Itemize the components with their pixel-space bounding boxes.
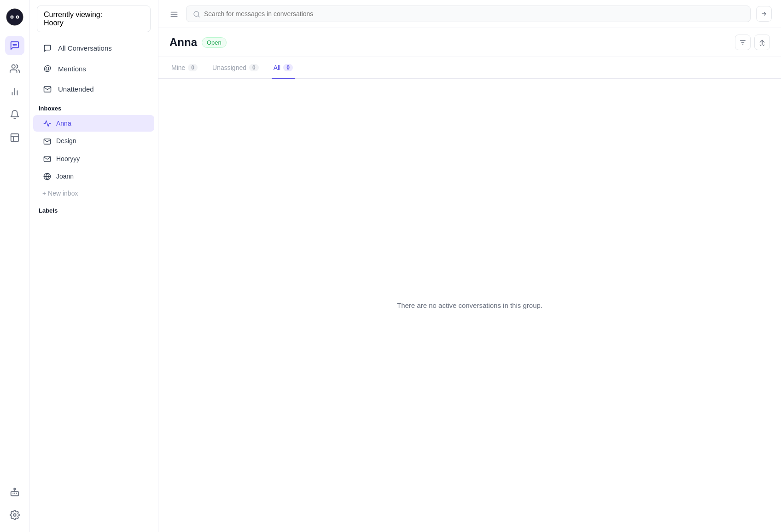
mentions-label: Mentions <box>58 65 86 73</box>
drafts-nav-icon[interactable] <box>5 128 24 147</box>
inbox-item-design[interactable]: Design <box>33 133 154 149</box>
svg-point-3 <box>11 17 12 18</box>
search-icon <box>193 10 200 18</box>
svg-point-8 <box>12 65 15 68</box>
tab-all[interactable]: All 0 <box>272 58 295 79</box>
workspace-selector[interactable]: Currently viewing: Hoory <box>37 6 151 32</box>
tab-unassigned[interactable]: Unassigned 0 <box>210 58 261 79</box>
tab-all-label: All <box>274 64 281 71</box>
svg-point-4 <box>17 17 18 18</box>
workspace-name: Hoory <box>44 19 144 27</box>
sidebar-item-mentions[interactable]: @ Mentions <box>33 59 154 78</box>
tab-unassigned-label: Unassigned <box>212 64 246 71</box>
conversation-header: Anna Open <box>158 28 781 57</box>
conversations-nav-icon[interactable] <box>5 36 24 55</box>
hooryyy-inbox-label: Hooryyy <box>56 155 80 162</box>
sidebar-item-unattended[interactable]: Unattended <box>33 80 154 98</box>
all-conversations-icon <box>42 43 52 53</box>
conversation-status-badge: Open <box>202 37 227 48</box>
tab-all-count: 0 <box>283 64 293 71</box>
joann-inbox-icon <box>42 172 52 180</box>
tab-unassigned-count: 0 <box>249 64 259 71</box>
app-logo <box>5 7 24 27</box>
menu-icon[interactable] <box>168 9 181 19</box>
labels-section-title: Labels <box>29 202 158 217</box>
new-inbox-button[interactable]: + New inbox <box>33 186 154 201</box>
inbox-item-anna[interactable]: Anna <box>33 115 154 132</box>
svg-rect-12 <box>11 134 18 142</box>
sidebar-item-all-conversations[interactable]: All Conversations <box>33 39 154 58</box>
expand-button[interactable] <box>756 6 772 22</box>
svg-line-28 <box>198 16 199 17</box>
currently-viewing-label: Currently viewing: <box>44 11 144 19</box>
empty-state: There are no active conversations in thi… <box>158 79 781 532</box>
reports-nav-icon[interactable] <box>5 82 24 101</box>
anna-inbox-label: Anna <box>56 120 71 127</box>
conversation-header-left: Anna Open <box>169 36 227 49</box>
anna-inbox-icon <box>42 119 52 127</box>
tabs-bar: Mine 0 Unassigned 0 All 0 <box>158 57 781 79</box>
design-inbox-icon <box>42 137 52 145</box>
icon-nav <box>0 0 29 532</box>
new-inbox-label: + New inbox <box>42 190 78 197</box>
bot-nav-icon[interactable] <box>5 482 24 502</box>
unattended-icon <box>42 84 52 94</box>
tab-mine-label: Mine <box>171 64 185 71</box>
svg-point-6 <box>14 44 15 45</box>
main-content: Anna Open Mine <box>158 0 781 532</box>
design-inbox-label: Design <box>56 137 76 145</box>
inbox-item-hooryyy[interactable]: Hooryyy <box>33 150 154 167</box>
svg-point-21 <box>13 514 16 516</box>
svg-point-0 <box>6 9 23 25</box>
mentions-icon: @ <box>42 64 52 73</box>
sort-button[interactable] <box>754 35 770 50</box>
unattended-label: Unattended <box>58 85 94 93</box>
inbox-item-joann[interactable]: Joann <box>33 168 154 185</box>
search-bar[interactable] <box>186 6 751 22</box>
settings-nav-icon[interactable] <box>5 505 24 525</box>
contacts-nav-icon[interactable] <box>5 59 24 78</box>
topbar <box>158 0 781 28</box>
hooryyy-inbox-icon <box>42 155 52 163</box>
conversation-title: Anna <box>169 36 197 49</box>
empty-state-message: There are no active conversations in thi… <box>397 301 542 309</box>
tab-mine-count: 0 <box>188 64 198 71</box>
svg-point-7 <box>15 44 16 45</box>
notifications-nav-icon[interactable] <box>5 105 24 124</box>
tab-mine[interactable]: Mine 0 <box>169 58 199 79</box>
joann-inbox-label: Joann <box>56 173 74 180</box>
filter-button[interactable] <box>735 35 751 50</box>
sidebar: Currently viewing: Hoory All Conversatio… <box>29 0 158 532</box>
search-input[interactable] <box>204 10 744 17</box>
conversation-header-right <box>735 35 770 50</box>
all-conversations-label: All Conversations <box>58 44 112 52</box>
inboxes-section-title: Inboxes <box>29 99 158 115</box>
svg-point-5 <box>13 44 14 45</box>
